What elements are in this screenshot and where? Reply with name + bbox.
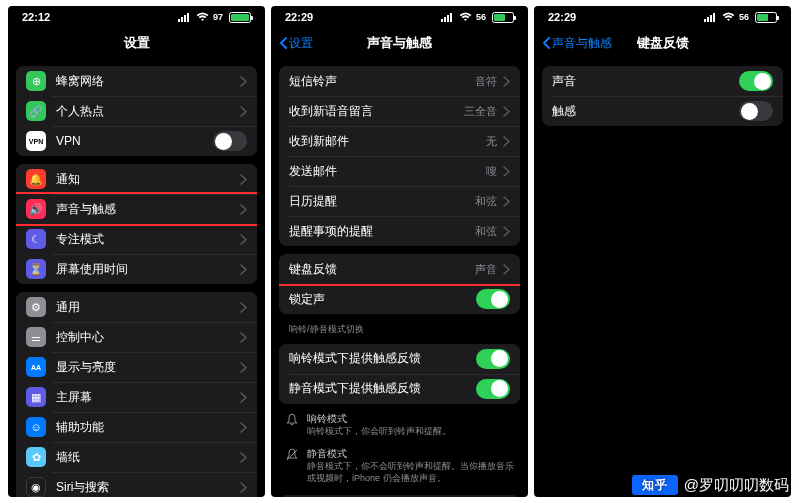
chevron-right-icon bbox=[503, 226, 510, 237]
speaker-icon: 🔊 bbox=[26, 199, 46, 219]
watermark-text: @罗叨叨叨数码 bbox=[684, 476, 789, 495]
info-desc: 静音模式下，你不会听到铃声和提醒。当你播放音乐或视频时，iPhone 仍会播放声… bbox=[307, 461, 514, 484]
toggle-switch[interactable] bbox=[213, 131, 247, 151]
group-keyboard-feedback: 声音 触感 bbox=[542, 66, 783, 126]
chevron-right-icon bbox=[503, 196, 510, 207]
settings-row[interactable]: 触感 bbox=[542, 96, 783, 126]
back-button[interactable]: 声音与触感 bbox=[542, 28, 612, 58]
toggle-switch[interactable] bbox=[476, 379, 510, 399]
settings-row[interactable]: 收到新语音留言 三全音 bbox=[279, 96, 520, 126]
svg-rect-3 bbox=[187, 13, 189, 22]
nav-bar: 声音与触感 键盘反馈 bbox=[534, 28, 791, 58]
toggle-switch[interactable] bbox=[476, 289, 510, 309]
row-label: 屏幕使用时间 bbox=[56, 261, 234, 278]
back-button[interactable]: 设置 bbox=[279, 28, 313, 58]
group-general: ⚙ 通用 ⚌ 控制中心 AA 显示与亮度 ▦ 主屏幕 ☺ 辅助功能 ✿ 墙纸 ◉… bbox=[16, 292, 257, 497]
vpn-icon: VPN bbox=[26, 131, 46, 151]
flower-icon: ✿ bbox=[26, 447, 46, 467]
back-label: 声音与触感 bbox=[552, 35, 612, 52]
section-header: 响铃/静音模式切换 bbox=[271, 314, 528, 336]
chevron-right-icon bbox=[240, 422, 247, 433]
row-label: 辅助功能 bbox=[56, 419, 234, 436]
page-title: 键盘反馈 bbox=[637, 34, 689, 52]
cell-signal-icon bbox=[704, 12, 718, 22]
settings-row[interactable]: 键盘反馈 声音 bbox=[279, 254, 520, 284]
toggle-switch[interactable] bbox=[476, 349, 510, 369]
settings-row[interactable]: ◉ Siri与搜索 bbox=[16, 472, 257, 497]
back-label: 设置 bbox=[289, 35, 313, 52]
settings-row[interactable]: 🔔 通知 bbox=[16, 164, 257, 194]
chevron-left-icon bbox=[279, 37, 287, 49]
info-title: 静音模式 bbox=[307, 447, 514, 461]
row-label: 日历提醒 bbox=[289, 193, 469, 210]
settings-row[interactable]: 静音模式下提供触感反馈 bbox=[279, 374, 520, 404]
row-label: 个人热点 bbox=[56, 103, 234, 120]
screen-keyboard-feedback: 22:29 56 声音与触感 键盘反馈 声音 触感 bbox=[534, 6, 791, 497]
chevron-right-icon bbox=[240, 452, 247, 463]
settings-row[interactable]: VPN VPN bbox=[16, 126, 257, 156]
settings-row[interactable]: 短信铃声 音符 bbox=[279, 66, 520, 96]
group-connectivity: ⊕ 蜂窝网络 🔗 个人热点 VPN VPN bbox=[16, 66, 257, 156]
settings-row[interactable]: ⚌ 控制中心 bbox=[16, 322, 257, 352]
settings-row[interactable]: 🔗 个人热点 bbox=[16, 96, 257, 126]
ring-mode-info: 响铃模式 响铃模式下，你会听到铃声和提醒。 bbox=[271, 404, 528, 440]
toggle-switch[interactable] bbox=[739, 101, 773, 121]
bell-icon: 🔔 bbox=[26, 169, 46, 189]
settings-row[interactable]: ✿ 墙纸 bbox=[16, 442, 257, 472]
row-label: 键盘反馈 bbox=[289, 261, 469, 278]
settings-row[interactable]: 提醒事项的提醒 和弦 bbox=[279, 216, 520, 246]
row-label: 主屏幕 bbox=[56, 389, 234, 406]
row-value: 声音 bbox=[475, 262, 497, 277]
battery-icon bbox=[755, 12, 777, 23]
settings-row[interactable]: ⚙ 通用 bbox=[16, 292, 257, 322]
chevron-right-icon bbox=[240, 264, 247, 275]
settings-row[interactable]: 🔊 声音与触感 bbox=[16, 194, 257, 224]
settings-row[interactable]: 日历提醒 和弦 bbox=[279, 186, 520, 216]
grid-icon: ▦ bbox=[26, 387, 46, 407]
svg-rect-11 bbox=[710, 15, 712, 22]
settings-row[interactable]: AA 显示与亮度 bbox=[16, 352, 257, 382]
settings-row[interactable]: 收到新邮件 无 bbox=[279, 126, 520, 156]
settings-row[interactable]: 响铃模式下提供触感反馈 bbox=[279, 344, 520, 374]
svg-rect-10 bbox=[707, 17, 709, 22]
group-tones: 短信铃声 音符 收到新语音留言 三全音 收到新邮件 无 发送邮件 嗖 日历提醒 … bbox=[279, 66, 520, 246]
toggle-switch[interactable] bbox=[739, 71, 773, 91]
hourglass-icon: ⏳ bbox=[26, 259, 46, 279]
group-notifications: 🔔 通知 🔊 声音与触感 ☾ 专注模式 ⏳ 屏幕使用时间 bbox=[16, 164, 257, 284]
settings-row[interactable]: ⊕ 蜂窝网络 bbox=[16, 66, 257, 96]
row-label: 声音 bbox=[552, 73, 739, 90]
chevron-right-icon bbox=[240, 302, 247, 313]
settings-row[interactable]: ☺ 辅助功能 bbox=[16, 412, 257, 442]
battery-percent: 56 bbox=[739, 12, 749, 22]
settings-row[interactable]: 锁定声 bbox=[279, 284, 520, 314]
settings-row[interactable]: 声音 bbox=[542, 66, 783, 96]
row-value: 音符 bbox=[475, 74, 497, 89]
wifi-icon bbox=[722, 12, 735, 22]
antenna-icon: ⊕ bbox=[26, 71, 46, 91]
switches-icon: ⚌ bbox=[26, 327, 46, 347]
status-time: 22:29 bbox=[548, 11, 576, 23]
row-value: 无 bbox=[486, 134, 497, 149]
cell-signal-icon bbox=[178, 12, 192, 22]
row-label: 短信铃声 bbox=[289, 73, 469, 90]
bell-slash-icon bbox=[285, 447, 299, 464]
silent-mode-info: 静音模式 静音模式下，你不会听到铃声和提醒。当你播放音乐或视频时，iPhone … bbox=[271, 439, 528, 486]
settings-row[interactable]: 发送邮件 嗖 bbox=[279, 156, 520, 186]
info-desc: 响铃模式下，你会听到铃声和提醒。 bbox=[307, 426, 514, 438]
settings-row[interactable]: ▦ 主屏幕 bbox=[16, 382, 257, 412]
row-label: 提醒事项的提醒 bbox=[289, 223, 469, 240]
status-time: 22:12 bbox=[22, 11, 50, 23]
group-haptic-modes: 响铃模式下提供触感反馈 静音模式下提供触感反馈 bbox=[279, 344, 520, 404]
row-label: 静音模式下提供触感反馈 bbox=[289, 380, 476, 397]
status-indicators: 56 bbox=[441, 12, 514, 23]
status-indicators: 97 bbox=[178, 12, 251, 23]
chevron-right-icon bbox=[240, 76, 247, 87]
group-system-haptics: 系统触感反馈 bbox=[279, 495, 520, 497]
settings-row[interactable]: ⏳ 屏幕使用时间 bbox=[16, 254, 257, 284]
settings-row[interactable]: 系统触感反馈 bbox=[279, 495, 520, 497]
chevron-right-icon bbox=[503, 106, 510, 117]
chevron-right-icon bbox=[503, 264, 510, 275]
settings-row[interactable]: ☾ 专注模式 bbox=[16, 224, 257, 254]
chevron-right-icon bbox=[240, 174, 247, 185]
svg-rect-2 bbox=[184, 15, 186, 22]
